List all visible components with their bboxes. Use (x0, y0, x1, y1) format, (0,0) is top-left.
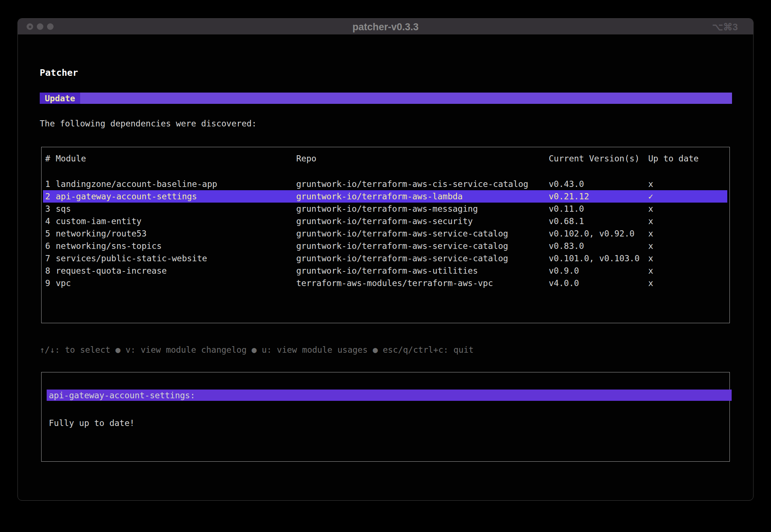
row-module: networking/route53 (56, 227, 146, 240)
row-up-to-date-mark: x (648, 227, 653, 240)
table-row[interactable]: 6 networking/sns-topics gruntwork-io/ter… (42, 240, 729, 252)
detail-panel-title: api-gateway-account-settings: (47, 391, 195, 400)
row-repo: gruntwork-io/terraform-aws-cis-service-c… (296, 178, 528, 190)
col-header-repo: Repo (296, 153, 316, 164)
tab-shortcut-keys: ⌥⌘3 (712, 19, 738, 35)
row-current-versions: v0.83.0 (549, 240, 584, 252)
row-number: 7 (45, 252, 50, 265)
row-repo: gruntwork-io/terraform-aws-service-catal… (296, 240, 508, 252)
window-titlebar[interactable]: patcher-v0.3.3 ⌥⌘3 (18, 19, 753, 35)
row-module: networking/sns-topics (56, 240, 162, 252)
row-repo: gruntwork-io/terraform-aws-service-catal… (296, 227, 508, 240)
help-text: ↑/↓: to select ● v: view module changelo… (40, 345, 474, 355)
window-title: patcher-v0.3.3 (18, 19, 753, 35)
row-module: request-quota-increase (56, 265, 167, 277)
row-up-to-date-mark: ✓ (648, 190, 653, 203)
row-module: custom-iam-entity (56, 215, 141, 227)
table-row[interactable]: 2 api-gateway-account-settings gruntwork… (42, 190, 729, 203)
row-repo: gruntwork-io/terraform-aws-security (296, 215, 473, 227)
row-repo: gruntwork-io/terraform-aws-lambda (296, 190, 463, 203)
row-up-to-date-mark: x (648, 240, 653, 252)
row-module: services/public-static-website (56, 252, 207, 265)
table-row[interactable]: 7 services/public-static-website gruntwo… (42, 252, 729, 265)
detail-panel-title-bar: api-gateway-account-settings: (47, 390, 732, 401)
row-number: 9 (45, 277, 50, 289)
row-number: 1 (45, 178, 50, 190)
row-up-to-date-mark: x (648, 277, 653, 289)
table-row[interactable]: 3 sqs gruntwork-io/terraform-aws-messagi… (42, 203, 729, 215)
help-bar: ↑/↓: to select ● v: view module changelo… (40, 344, 474, 356)
row-module: api-gateway-account-settings (56, 190, 197, 203)
row-up-to-date-mark: x (648, 178, 653, 190)
col-header-up-to-date: Up to date (648, 153, 698, 164)
row-up-to-date-mark: x (648, 215, 653, 227)
intro-text: The following dependencies were discover… (40, 118, 257, 129)
row-current-versions: v4.0.0 (549, 277, 579, 289)
table-rows: 1 landingzone/account-baseline-app grunt… (42, 178, 729, 289)
terminal-window: patcher-v0.3.3 ⌥⌘3 Patcher Update The fo… (17, 18, 754, 501)
col-header-current-version: Current Version(s) (549, 153, 639, 164)
row-current-versions: v0.102.0, v0.92.0 (549, 227, 634, 240)
tab-update[interactable]: Update (40, 93, 80, 104)
row-number: 4 (45, 215, 50, 227)
table-row[interactable]: 5 networking/route53 gruntwork-io/terraf… (42, 227, 729, 240)
row-up-to-date-mark: x (648, 265, 653, 277)
row-current-versions: v0.68.1 (549, 215, 584, 227)
row-number: 6 (45, 240, 50, 252)
row-repo: terraform-aws-modules/terraform-aws-vpc (296, 277, 493, 289)
detail-panel: api-gateway-account-settings: Fully up t… (41, 372, 730, 462)
row-module: landingzone/account-baseline-app (56, 178, 217, 190)
table-row[interactable]: 1 landingzone/account-baseline-app grunt… (42, 178, 729, 190)
app-title: Patcher (40, 67, 78, 78)
col-header-number: # (45, 153, 50, 164)
row-up-to-date-mark: x (648, 252, 653, 265)
dependencies-table: # Module Repo Current Version(s) Up to d… (41, 147, 730, 323)
row-module: sqs (56, 203, 71, 215)
row-current-versions: v0.9.0 (549, 265, 579, 277)
table-row[interactable]: 4 custom-iam-entity gruntwork-io/terrafo… (42, 215, 729, 227)
row-current-versions: v0.43.0 (549, 178, 584, 190)
row-current-versions: v0.11.0 (549, 203, 584, 215)
row-number: 8 (45, 265, 50, 277)
row-repo: gruntwork-io/terraform-aws-utilities (296, 265, 478, 277)
col-header-module: Module (56, 153, 86, 164)
detail-panel-message: Fully up to date! (49, 418, 134, 429)
table-row[interactable]: 8 request-quota-increase gruntwork-io/te… (42, 265, 729, 277)
row-module: vpc (56, 277, 71, 289)
row-current-versions: v0.21.12 (549, 190, 589, 203)
table-header: # Module Repo Current Version(s) Up to d… (42, 153, 729, 164)
table-row[interactable]: 9 vpc terraform-aws-modules/terraform-aw… (42, 277, 729, 289)
row-number: 5 (45, 227, 50, 240)
row-number: 2 (45, 190, 50, 203)
row-repo: gruntwork-io/terraform-aws-service-catal… (296, 252, 508, 265)
row-number: 3 (45, 203, 50, 215)
row-repo: gruntwork-io/terraform-aws-messaging (296, 203, 478, 215)
row-up-to-date-mark: x (648, 203, 653, 215)
row-current-versions: v0.101.0, v0.103.0 (549, 252, 639, 265)
tab-bar: Update (40, 93, 732, 104)
